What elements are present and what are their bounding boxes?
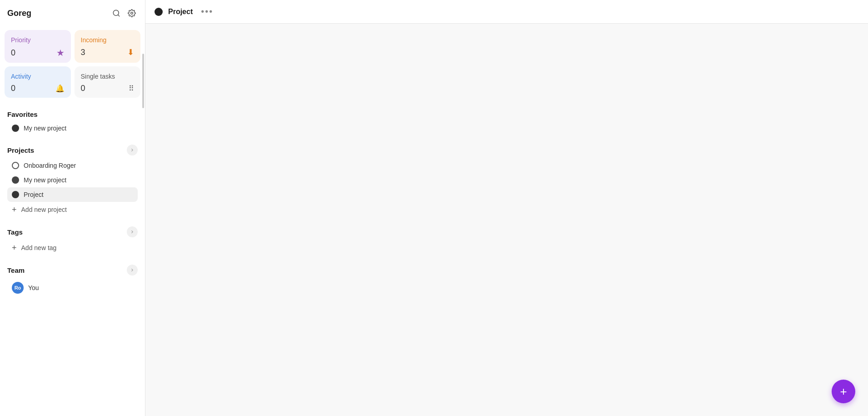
svg-line-1 xyxy=(118,15,119,16)
sidebar-item-label: Onboarding Roger xyxy=(24,162,76,169)
avatar: Ro xyxy=(12,282,24,294)
projects-header[interactable]: Projects xyxy=(7,142,138,158)
sidebar-item-you[interactable]: Ro You xyxy=(7,278,138,297)
project-dot-mynew xyxy=(12,176,19,184)
main-content: Project ••• xyxy=(145,0,868,416)
priority-card-count: 0 xyxy=(11,48,15,58)
team-header[interactable]: Team xyxy=(7,262,138,278)
plus-icon-tag: + xyxy=(12,244,17,252)
more-options-button[interactable]: ••• xyxy=(198,5,216,18)
people-icon: ⠿ xyxy=(129,84,134,93)
quick-cards-grid: Priority 0 ★ Incoming 3 ⬇ Activity xyxy=(0,26,145,103)
plus-icon: + xyxy=(12,205,17,214)
favorites-section: Favorites My new project xyxy=(0,103,145,137)
sidebar: Goreg Priority xyxy=(0,0,145,416)
projects-chevron-icon xyxy=(127,145,138,155)
search-icon xyxy=(112,9,120,17)
tags-header[interactable]: Tags xyxy=(7,224,138,240)
add-project-label: Add new project xyxy=(21,206,67,213)
sidebar-item-my-new-project-fav[interactable]: My new project xyxy=(7,121,138,135)
priority-card-header: Priority xyxy=(11,36,65,44)
sidebar-item-label: My new project xyxy=(24,176,66,184)
bell-icon: 🔔 xyxy=(55,84,65,93)
projects-section: Projects Onboarding Roger My new project… xyxy=(0,137,145,219)
content-area xyxy=(145,24,868,416)
more-options-icon: ••• xyxy=(201,6,213,16)
sidebar-item-label: Project xyxy=(24,191,44,198)
topbar-project-title: Project xyxy=(168,8,193,16)
favorites-header[interactable]: Favorites xyxy=(7,108,138,121)
svg-point-2 xyxy=(131,12,133,15)
single-tasks-card-label: Single tasks xyxy=(81,73,115,80)
tags-title: Tags xyxy=(7,228,23,236)
activity-card-count: 0 xyxy=(11,84,15,93)
incoming-card-header: Incoming xyxy=(81,36,135,44)
sidebar-item-project[interactable]: Project xyxy=(7,187,138,202)
single-tasks-card-count: 0 xyxy=(81,84,85,93)
add-tag-label: Add new tag xyxy=(21,244,57,251)
priority-card[interactable]: Priority 0 ★ xyxy=(5,30,71,63)
activity-card-label: Activity xyxy=(11,73,31,80)
sidebar-item-you-label: You xyxy=(28,284,39,291)
sidebar-header: Goreg xyxy=(0,0,145,26)
add-new-project-button[interactable]: + Add new project xyxy=(7,202,138,217)
gear-icon xyxy=(128,9,136,17)
incoming-card[interactable]: Incoming 3 ⬇ xyxy=(75,30,141,63)
projects-title: Projects xyxy=(7,146,34,154)
scrollbar-indicator xyxy=(142,54,144,108)
sidebar-item-onboarding-roger[interactable]: Onboarding Roger xyxy=(7,158,138,173)
activity-card[interactable]: Activity 0 🔔 xyxy=(5,66,71,98)
incoming-card-bottom: 3 ⬇ xyxy=(81,47,135,57)
single-tasks-card-bottom: 0 ⠿ xyxy=(81,84,135,93)
team-section: Team Ro You xyxy=(0,257,145,299)
project-dot-fav xyxy=(12,125,19,132)
add-new-tag-button[interactable]: + Add new tag xyxy=(7,240,138,256)
sidebar-scroll-area: Priority 0 ★ Incoming 3 ⬇ Activity xyxy=(0,26,145,299)
priority-card-label: Priority xyxy=(11,36,31,44)
search-button[interactable] xyxy=(110,7,122,19)
tags-section: Tags + Add new tag xyxy=(0,219,145,257)
single-tasks-card-header: Single tasks xyxy=(81,73,135,80)
activity-card-bottom: 0 🔔 xyxy=(11,84,65,93)
team-chevron-icon xyxy=(127,265,138,276)
incoming-arrow-icon: ⬇ xyxy=(127,47,134,57)
favorites-title: Favorites xyxy=(7,110,38,118)
tags-chevron-icon xyxy=(127,226,138,237)
topbar: Project ••• xyxy=(145,0,868,24)
topbar-project-dot xyxy=(155,8,163,16)
sidebar-header-actions xyxy=(110,7,138,19)
project-dot-project xyxy=(12,191,19,198)
incoming-card-label: Incoming xyxy=(81,36,107,44)
fab-icon: + xyxy=(840,386,847,397)
single-tasks-card[interactable]: Single tasks 0 ⠿ xyxy=(75,66,141,98)
star-icon: ★ xyxy=(56,47,65,58)
app-title: Goreg xyxy=(7,9,31,18)
team-title: Team xyxy=(7,266,25,274)
add-button[interactable]: + xyxy=(832,380,855,403)
priority-card-bottom: 0 ★ xyxy=(11,47,65,58)
project-dot-onboarding xyxy=(12,162,19,169)
incoming-card-count: 3 xyxy=(81,48,85,57)
settings-button[interactable] xyxy=(126,7,138,19)
sidebar-item-label-fav: My new project xyxy=(24,125,66,132)
activity-card-header: Activity xyxy=(11,73,65,80)
sidebar-item-my-new-project[interactable]: My new project xyxy=(7,173,138,187)
